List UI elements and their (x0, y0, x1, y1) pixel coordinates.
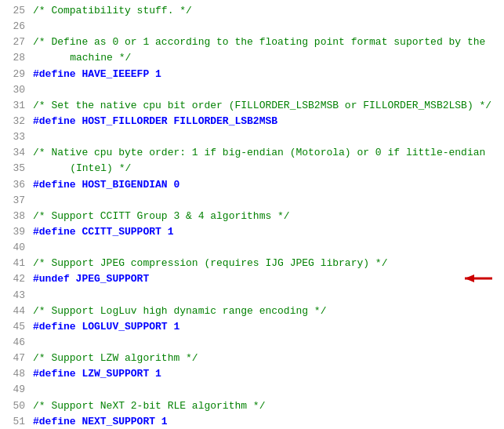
code-container: 25/* Compatibility stuff. */2627/* Defin… (0, 0, 504, 429)
line-content: machine */ (33, 50, 501, 66)
line-number: 38 (3, 209, 25, 224)
code-line: 50/* Support NeXT 2-bit RLE algorithm */ (0, 398, 504, 414)
line-number: 31 (3, 98, 25, 114)
line-content: #define LOGLUV_SUPPORT 1 (33, 319, 501, 335)
code-line: 47/* Support LZW algorithm */ (0, 351, 504, 366)
line-number: 47 (3, 351, 25, 366)
line-number: 50 (3, 398, 25, 414)
code-line: 51#define NEXT_SUPPORT 1 (0, 414, 504, 429)
code-line: 27/* Define as 0 or 1 according to the f… (0, 35, 504, 50)
line-number: 35 (3, 161, 25, 176)
code-line: 49 (0, 382, 504, 398)
code-line: 39#define CCITT_SUPPORT 1 (0, 224, 504, 240)
code-line: 45#define LOGLUV_SUPPORT 1 (0, 319, 504, 335)
line-content: #define LZW_SUPPORT 1 (33, 366, 501, 382)
code-line: 32#define HOST_FILLORDER FILLORDER_LSB2M… (0, 114, 504, 129)
line-number: 37 (3, 193, 25, 209)
line-number: 39 (3, 224, 25, 240)
code-line: 44/* Support LogLuv high dynamic range e… (0, 304, 504, 319)
code-line: 28 machine */ (0, 50, 504, 66)
code-line: 34/* Native cpu byte order: 1 if big-end… (0, 145, 504, 161)
code-line: 31/* Set the native cpu bit order (FILLO… (0, 98, 504, 114)
line-number: 44 (3, 304, 25, 319)
line-content: #define CCITT_SUPPORT 1 (33, 224, 501, 240)
line-number: 45 (3, 319, 25, 335)
line-number: 49 (3, 382, 25, 398)
line-content: #define HOST_FILLORDER FILLORDER_LSB2MSB (33, 114, 501, 129)
line-number: 27 (3, 35, 25, 50)
code-line: 29#define HAVE_IEEEFP 1 (0, 67, 504, 82)
line-content: #undef JPEG_SUPPORT (33, 271, 501, 287)
code-line: 30 (0, 82, 504, 98)
line-number: 48 (3, 366, 25, 382)
line-number: 25 (3, 3, 25, 19)
line-number: 29 (3, 67, 25, 82)
code-line: 26 (0, 19, 504, 35)
line-content: /* Native cpu byte order: 1 if big-endia… (33, 145, 501, 161)
line-content: #define HOST_BIGENDIAN 0 (33, 177, 501, 193)
line-content: /* Support JPEG compression (requires IJ… (33, 256, 501, 271)
line-number: 46 (3, 335, 25, 351)
code-line: 42#undef JPEG_SUPPORT (0, 271, 504, 287)
line-number: 51 (3, 414, 25, 429)
line-content: /* Set the native cpu bit order (FILLORD… (33, 98, 501, 114)
line-content: /* Support CCITT Group 3 & 4 algorithms … (33, 209, 501, 224)
code-line: 37 (0, 193, 504, 209)
line-number: 41 (3, 256, 25, 271)
code-line: 46 (0, 335, 504, 351)
line-number: 36 (3, 177, 25, 193)
line-number: 30 (3, 82, 25, 98)
line-content: /* Support LogLuv high dynamic range enc… (33, 304, 501, 319)
code-line: 38/* Support CCITT Group 3 & 4 algorithm… (0, 209, 504, 224)
line-number: 43 (3, 288, 25, 304)
code-line: 33 (0, 129, 504, 145)
line-content: /* Compatibility stuff. */ (33, 3, 501, 19)
code-line: 40 (0, 240, 504, 256)
line-number: 42 (3, 271, 25, 287)
code-line: 25/* Compatibility stuff. */ (0, 3, 504, 19)
line-number: 34 (3, 145, 25, 161)
code-line: 35 (Intel) */ (0, 161, 504, 176)
code-line: 48#define LZW_SUPPORT 1 (0, 366, 504, 382)
line-number: 28 (3, 50, 25, 66)
code-line: 43 (0, 288, 504, 304)
line-content: /* Define as 0 or 1 according to the flo… (33, 35, 501, 50)
line-number: 33 (3, 129, 25, 145)
svg-marker-1 (465, 274, 474, 282)
line-content: /* Support LZW algorithm */ (33, 351, 501, 366)
line-content: #define NEXT_SUPPORT 1 (33, 414, 501, 429)
code-line: 36#define HOST_BIGENDIAN 0 (0, 177, 504, 193)
arrow-icon (449, 271, 496, 285)
code-line: 41/* Support JPEG compression (requires … (0, 256, 504, 271)
line-number: 32 (3, 114, 25, 129)
line-content: /* Support NeXT 2-bit RLE algorithm */ (33, 398, 501, 414)
line-number: 26 (3, 19, 25, 35)
line-content: #define HAVE_IEEEFP 1 (33, 67, 501, 82)
line-number: 40 (3, 240, 25, 256)
line-content: (Intel) */ (33, 161, 501, 176)
